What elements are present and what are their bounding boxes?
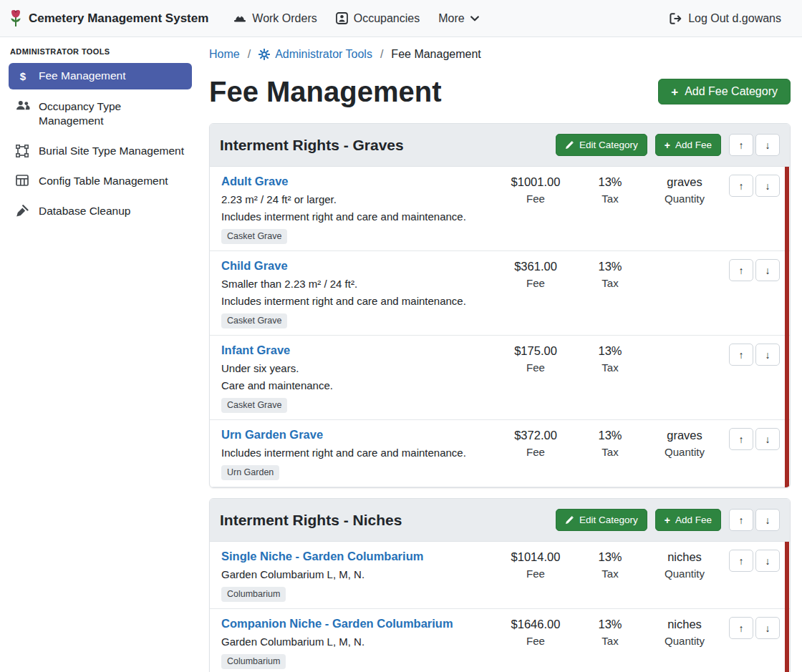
nav-more[interactable]: More	[429, 6, 488, 31]
edit-category-button[interactable]: Edit Category	[556, 509, 647, 531]
move-category-down-button[interactable]: ↓	[755, 134, 780, 156]
tax-label: Tax	[573, 445, 647, 459]
logout-link[interactable]: Log Out d.gowans	[660, 6, 791, 31]
tax-value: 13%	[573, 550, 647, 564]
fee-reorder-controls: ↑ ↓	[729, 550, 780, 572]
move-fee-down-button[interactable]: ↓	[755, 175, 780, 197]
fee-description-line: Care and maintenance.	[221, 379, 493, 393]
fee-description-line: 2.23 m² / 24 ft² or larger.	[221, 193, 493, 207]
tax-value: 13%	[573, 428, 647, 442]
move-fee-up-button[interactable]: ↑	[729, 259, 753, 281]
brand-link[interactable]: Cemetery Management System	[9, 9, 208, 28]
edit-category-label: Edit Category	[579, 140, 638, 150]
card-scrollbar[interactable]	[785, 167, 789, 487]
fee-name-link[interactable]: Infant Grave	[221, 343, 290, 357]
move-category-up-button[interactable]: ↑	[729, 509, 753, 531]
plus-icon: +	[665, 140, 670, 150]
sidebar-item-label: Fee Management	[39, 69, 126, 83]
fee-info: Adult Grave 2.23 m² / 24 ft² or larger. …	[221, 174, 498, 244]
move-fee-down-button[interactable]: ↓	[755, 550, 780, 572]
fee-info: Single Niche - Garden Columbarium Garden…	[221, 549, 498, 602]
edit-category-button[interactable]: Edit Category	[556, 134, 647, 156]
dollar-icon: $	[16, 69, 30, 84]
category-reorder-controls: ↑ ↓	[729, 509, 780, 531]
arrow-down-icon: ↓	[765, 140, 770, 151]
fee-description-line: Smaller than 2.23 m² / 24 ft².	[221, 277, 493, 291]
move-fee-down-button[interactable]: ↓	[755, 428, 780, 450]
sidebar-item-database-cleanup[interactable]: Database Cleanup	[9, 198, 192, 224]
fee-amount-label: Fee	[498, 634, 573, 648]
add-fee-button[interactable]: + Add Fee	[655, 509, 721, 531]
quantity-unit: niches	[647, 550, 722, 564]
quantity-label: Quantity	[647, 567, 722, 581]
top-navbar: Cemetery Management System Work Orders	[0, 0, 802, 37]
fee-name-link[interactable]: Adult Grave	[221, 174, 289, 188]
pencil-icon	[565, 140, 574, 150]
add-fee-category-button[interactable]: + Add Fee Category	[658, 79, 791, 104]
people-icon	[16, 100, 30, 110]
fee-reorder-controls: ↑ ↓	[729, 617, 780, 639]
fee-amount-column: $1001.00 Fee	[498, 174, 573, 206]
quantity-column: niches Quantity	[647, 616, 722, 648]
fee-row: Child Grave Smaller than 2.23 m² / 24 ft…	[210, 251, 790, 336]
fee-row: Infant Grave Under six years. Care and m…	[210, 336, 790, 420]
breadcrumb-admin-tools-label: Administrator Tools	[275, 48, 372, 61]
fee-reorder-controls: ↑ ↓	[729, 175, 780, 197]
add-fee-label: Add Fee	[675, 515, 712, 525]
plus-icon: +	[671, 86, 678, 98]
move-category-down-button[interactable]: ↓	[755, 509, 780, 531]
move-fee-up-button[interactable]: ↑	[729, 175, 753, 197]
fee-row: Companion Niche - Garden Columbarium Gar…	[210, 609, 790, 672]
move-fee-up-button[interactable]: ↑	[729, 617, 753, 639]
category-reorder-controls: ↑ ↓	[729, 134, 780, 156]
add-fee-button[interactable]: + Add Fee	[655, 134, 721, 156]
fee-amount-column: $1014.00 Fee	[498, 549, 573, 581]
primary-nav: Work Orders Occupancies More	[224, 6, 488, 31]
sidebar-item-config-table-management[interactable]: Config Table Management	[9, 168, 192, 194]
nav-work-orders[interactable]: Work Orders	[224, 6, 326, 31]
arrow-up-icon: ↑	[739, 180, 744, 192]
arrow-up-icon: ↑	[739, 555, 744, 567]
nav-occupancies[interactable]: Occupancies	[327, 6, 430, 31]
sidebar-item-occupancy-type-management[interactable]: Occupancy Type Management	[9, 94, 192, 134]
sidebar-heading: ADMINISTRATOR TOOLS	[9, 46, 192, 63]
nav-occupancies-label: Occupancies	[354, 12, 420, 25]
move-fee-up-button[interactable]: ↑	[729, 550, 753, 572]
card-scrollbar[interactable]	[785, 542, 789, 672]
add-fee-label: Add Fee	[675, 140, 712, 150]
tax-label: Tax	[573, 361, 647, 375]
tax-value: 13%	[573, 344, 647, 358]
move-category-up-button[interactable]: ↑	[729, 134, 753, 156]
sidebar-item-label: Config Table Management	[39, 174, 168, 188]
quantity-unit: graves	[647, 428, 722, 442]
sidebar-item-burial-site-type-management[interactable]: Burial Site Type Management	[9, 138, 192, 164]
quantity-label: Quantity	[647, 445, 722, 459]
table-icon	[16, 175, 30, 186]
quantity-unit: niches	[647, 617, 722, 631]
flower-logo-icon	[9, 9, 23, 28]
move-fee-down-button[interactable]: ↓	[755, 259, 780, 281]
move-fee-up-button[interactable]: ↑	[729, 428, 753, 450]
page-layout: ADMINISTRATOR TOOLS $ Fee Management Occ…	[0, 37, 802, 672]
nav-more-label: More	[438, 12, 464, 25]
fee-type-badge: Casket Grave	[221, 313, 287, 328]
breadcrumb-admin-tools-link[interactable]: Administrator Tools	[259, 48, 372, 61]
category-header: Interment Rights - Niches Edit Category …	[210, 499, 790, 542]
fee-amount-column: $1646.00 Fee	[498, 616, 573, 648]
fee-name-link[interactable]: Urn Garden Grave	[221, 427, 323, 442]
arrow-down-icon: ↓	[765, 623, 770, 634]
fee-type-badge: Casket Grave	[221, 229, 287, 244]
move-fee-down-button[interactable]: ↓	[755, 344, 780, 366]
fee-name-link[interactable]: Single Niche - Garden Columbarium	[221, 549, 423, 563]
arrow-down-icon: ↓	[765, 434, 770, 445]
move-fee-down-button[interactable]: ↓	[755, 617, 780, 639]
fee-name-link[interactable]: Child Grave	[221, 258, 288, 273]
move-fee-up-button[interactable]: ↑	[729, 344, 753, 366]
fee-name-link[interactable]: Companion Niche - Garden Columbarium	[221, 616, 453, 630]
vector-square-icon	[16, 145, 30, 157]
breadcrumb-separator: /	[248, 48, 251, 61]
sidebar-item-fee-management[interactable]: $ Fee Management	[9, 63, 192, 89]
breadcrumb-home-link[interactable]: Home	[209, 48, 240, 61]
fee-amount-label: Fee	[498, 361, 573, 375]
fee-amount: $1014.00	[498, 550, 573, 564]
